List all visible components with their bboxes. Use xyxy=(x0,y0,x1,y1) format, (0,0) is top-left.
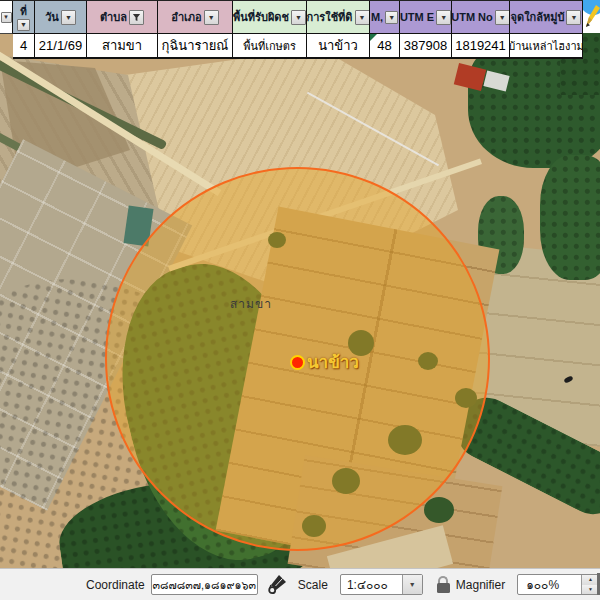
column-land-use: การใช้ที่ดิ ▼ นาข้าว xyxy=(307,1,370,59)
magnifier-spinbox[interactable]: ๑๐๐% ▲ ▼ xyxy=(517,574,600,595)
column-amphoe: อำเภอ ▼ กุฉินารายณ์ xyxy=(158,1,233,59)
column-filter-button[interactable]: ▼ xyxy=(61,10,76,25)
filter-funnel-icon xyxy=(132,13,141,22)
column-responsible-area: พื้นที่รับผิดช ▼ พื้นที่เกษตร xyxy=(233,1,307,59)
col-header-m: M, ▼ xyxy=(370,1,399,34)
column-date: วัน ▼ 21/1/69 xyxy=(35,1,87,59)
center-point-marker[interactable] xyxy=(290,355,305,370)
scale-select[interactable]: 1:๔๐๐๐ ▼ xyxy=(340,574,423,595)
lock-icon[interactable] xyxy=(437,576,448,593)
column-filter-button[interactable]: ▼ xyxy=(204,10,219,25)
map-tree-clump xyxy=(424,497,454,523)
pencil-cursor-icon xyxy=(583,0,600,33)
map-place-label: สามขา xyxy=(230,294,272,313)
marker-label: นาข้าว xyxy=(307,348,359,375)
column-m: M, ▼ 48 xyxy=(370,1,400,59)
cell-date[interactable]: 21/1/69 xyxy=(35,34,86,59)
column-filter-button[interactable]: ▼ xyxy=(495,10,509,25)
coordinate-label: Coordinate xyxy=(86,578,145,592)
cell-amphoe[interactable]: กุฉินารายณ์ xyxy=(158,34,232,59)
column-filter-button[interactable]: ▼ xyxy=(385,11,398,24)
column-utm-e: UTM E ▼ 387908 xyxy=(400,1,452,59)
col-header-utm-n: UTM No ▼ xyxy=(452,1,509,34)
scale-label: Scale xyxy=(298,578,328,592)
cell-m[interactable]: 48 xyxy=(370,34,399,59)
col-header-date: วัน ▼ xyxy=(35,1,86,34)
cell-note-indicator xyxy=(370,34,377,41)
cell-tambon[interactable]: สามขา xyxy=(87,34,157,59)
column-filter-button[interactable]: ▼ xyxy=(291,10,306,25)
satellite-map[interactable]: สามขา นาข้าว xyxy=(0,0,600,568)
col-header-amphoe: อำเภอ ▼ xyxy=(158,1,232,34)
column-index: ที่ ▼ 4 xyxy=(13,1,35,59)
map-forest xyxy=(540,155,600,280)
col-header-utm-e: UTM E ▼ xyxy=(400,1,451,34)
gis-app-window: สามขา นาข้าว ▼ ที่ ▼ 4 วัน ▼ 21/1/69 ตำบ… xyxy=(0,0,600,600)
column-filter-button[interactable]: ▼ xyxy=(436,10,451,25)
column-filter-button[interactable]: ▼ xyxy=(1,12,12,23)
col-header-responsible-area: พื้นที่รับผิดช ▼ xyxy=(233,1,306,34)
cell-nearest-village[interactable]: บ้านเหล่าไฮงาม xyxy=(510,34,582,59)
column-tambon: ตำบล สามขา xyxy=(87,1,158,59)
column-filter-button[interactable]: ▼ xyxy=(355,10,370,25)
cell-land-use[interactable]: นาข้าว xyxy=(307,34,369,59)
cell-responsible-area[interactable]: พื้นที่เกษตร xyxy=(233,34,306,59)
col-header-land-use: การใช้ที่ดิ ▼ xyxy=(307,1,369,34)
column-utm-n: UTM No ▼ 1819241 xyxy=(452,1,510,59)
magnifier-value: ๑๐๐% xyxy=(518,575,581,594)
col-header-nearest-village: จุดใกล้หมู่บ้ ▼ xyxy=(510,1,582,34)
column-filter-button-active[interactable] xyxy=(129,10,144,25)
cell-index[interactable]: 4 xyxy=(13,34,34,59)
cutoff-column-stub: ▼ xyxy=(0,1,13,34)
cell-utm-e[interactable]: 387908 xyxy=(400,34,451,59)
magnifier-label: Magnifier xyxy=(456,578,505,592)
col-header-index: ที่ ▼ xyxy=(13,1,34,34)
coordinate-input[interactable] xyxy=(151,574,258,595)
pen-icon xyxy=(267,574,287,595)
cell-utm-n[interactable]: 1819241 xyxy=(452,34,509,59)
column-filter-button[interactable]: ▼ xyxy=(17,19,30,31)
status-bar: Coordinate Scale 1:๔๐๐๐ ▼ Magnifier ๑๐๐%… xyxy=(0,568,600,600)
scale-value: 1:๔๐๐๐ xyxy=(341,575,402,594)
attribute-table[interactable]: ▼ ที่ ▼ 4 วัน ▼ 21/1/69 ตำบล สามขา xyxy=(0,0,583,59)
scale-dropdown-button[interactable]: ▼ xyxy=(402,575,422,594)
column-filter-button[interactable]: ▼ xyxy=(566,10,581,25)
pick-coordinate-button[interactable] xyxy=(266,572,288,598)
column-nearest-village: จุดใกล้หมู่บ้ ▼ บ้านเหล่าไฮงาม xyxy=(510,1,583,59)
col-header-tambon: ตำบล xyxy=(87,1,157,34)
